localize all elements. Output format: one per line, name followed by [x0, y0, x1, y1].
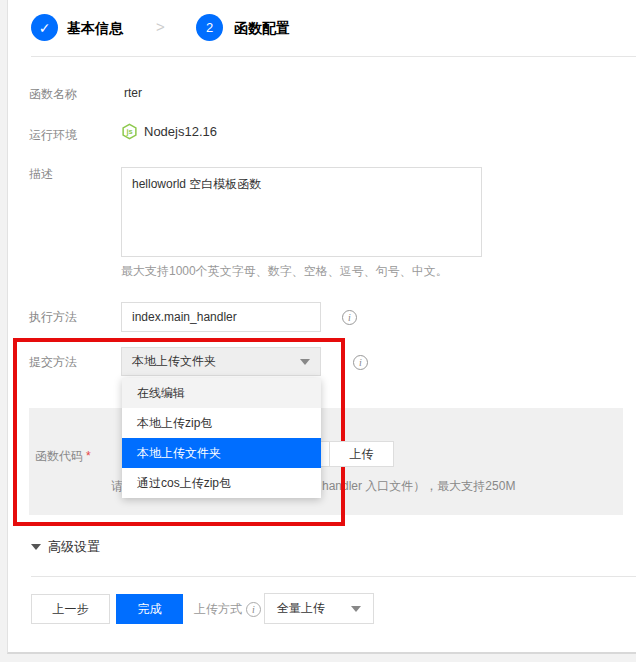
upload-mode-label: 上传方式 — [194, 601, 242, 618]
upload-mode-value: 全量上传 — [277, 600, 325, 617]
step2-label: 函数配置 — [234, 20, 290, 38]
submit-method-label: 提交方法 — [29, 354, 77, 371]
step1-label: 基本信息 — [67, 20, 123, 38]
caret-down-icon — [351, 606, 361, 612]
svg-text:js: js — [125, 127, 132, 136]
function-name-label: 函数名称 — [29, 86, 77, 103]
submit-method-dropdown-list: 在线编辑 本地上传zip包 本地上传文件夹 通过cos上传zip包 — [122, 378, 321, 498]
description-hint: 最大支持1000个英文字母、数字、空格、逗号、句号、中文。 — [121, 263, 448, 280]
function-code-label: 函数代码* — [35, 448, 91, 465]
runtime-label: 运行环境 — [29, 127, 77, 144]
dropdown-option-cos-zip[interactable]: 通过cos上传zip包 — [122, 468, 321, 498]
triangle-down-icon — [31, 544, 41, 550]
description-label: 描述 — [29, 166, 53, 183]
footer-divider — [31, 576, 636, 577]
upload-mode-select[interactable]: 全量上传 — [264, 593, 374, 624]
upload-mode-info-icon[interactable]: i — [246, 602, 261, 617]
advanced-settings-label: 高级设置 — [48, 538, 100, 556]
dropdown-option-online-edit[interactable]: 在线编辑 — [122, 378, 321, 408]
chevron-right-icon: > — [156, 18, 165, 35]
advanced-settings-toggle[interactable]: 高级设置 — [31, 538, 100, 556]
caret-down-icon — [300, 359, 310, 365]
previous-step-button[interactable]: 上一步 — [31, 594, 110, 624]
finish-button[interactable]: 完成 — [116, 594, 183, 624]
upload-mode-row: 上传方式 i — [194, 601, 261, 618]
submit-method-info-icon[interactable]: i — [353, 355, 368, 370]
step2-circle: 2 — [196, 14, 223, 41]
runtime-value-row: js Nodejs12.16 — [121, 123, 217, 140]
description-textarea[interactable]: helloworld 空白模板函数 — [121, 167, 482, 257]
function-config-panel: ✓ 基本信息 > 2 函数配置 函数名称 rter 运行环境 js Nodejs… — [7, 0, 636, 654]
submit-method-value: 本地上传文件夹 — [132, 353, 216, 370]
step2-number: 2 — [206, 20, 213, 35]
upload-button[interactable]: 上传 — [329, 441, 394, 467]
checkmark-icon: ✓ — [39, 20, 51, 36]
header-divider — [31, 56, 636, 57]
code-hint-right-fragment: handler 入口文件），最大支持250M — [322, 478, 515, 495]
dropdown-option-local-folder[interactable]: 本地上传文件夹 — [122, 438, 321, 468]
handler-input[interactable] — [121, 302, 321, 332]
function-name-value: rter — [124, 86, 142, 100]
dropdown-option-local-zip[interactable]: 本地上传zip包 — [122, 408, 321, 438]
submit-method-select[interactable]: 本地上传文件夹 — [121, 347, 321, 376]
nodejs-icon: js — [121, 123, 138, 140]
required-asterisk: * — [86, 449, 91, 463]
step1-done-circle: ✓ — [31, 14, 58, 41]
handler-info-icon[interactable]: i — [342, 310, 357, 325]
handler-label: 执行方法 — [29, 309, 77, 326]
runtime-value: Nodejs12.16 — [144, 124, 217, 139]
